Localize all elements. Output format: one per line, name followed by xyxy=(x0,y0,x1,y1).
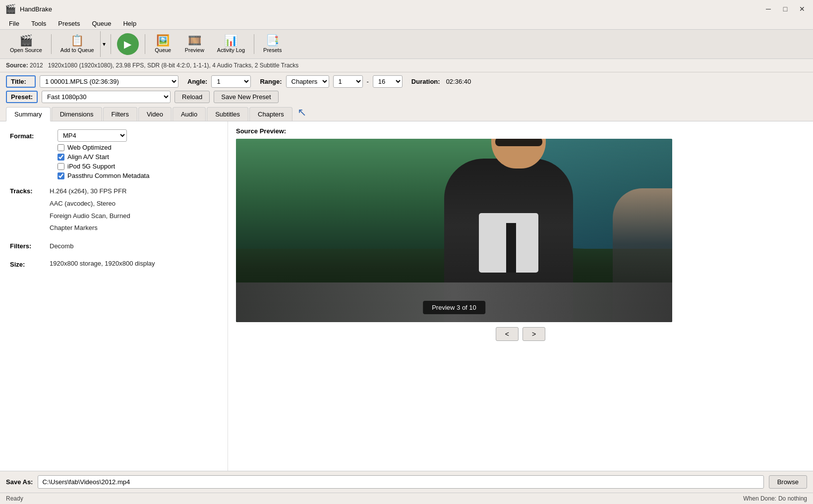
filters-label: Filters: xyxy=(10,241,50,250)
presets-icon: 📑 xyxy=(266,35,279,46)
preview-button[interactable]: 🎞️ Preview xyxy=(179,31,210,57)
passthru-label: Passthru Common Metadata xyxy=(67,172,149,179)
angle-select[interactable]: 1 xyxy=(211,75,251,88)
web-optimized-row: Web Optimized xyxy=(58,144,218,151)
preview-next-button[interactable]: > xyxy=(523,327,545,341)
preview-navigation: < > xyxy=(496,327,545,341)
menu-file[interactable]: File xyxy=(4,18,24,29)
tracks-content: H.264 (x264), 30 FPS PFR AAC (avcodec), … xyxy=(50,186,218,233)
preview-icon: 🎞️ xyxy=(188,35,201,46)
left-panel: Format: MP4 Web Optimized Align A/V Star… xyxy=(0,121,228,471)
maximize-button[interactable]: □ xyxy=(779,3,791,15)
filters-content: Decomb xyxy=(50,241,218,252)
add-to-queue-group: 📋 Add to Queue ▾ xyxy=(55,31,108,57)
preset-select[interactable]: Fast 1080p30 xyxy=(42,91,171,103)
add-to-queue-button[interactable]: 📋 Add to Queue xyxy=(55,31,100,57)
main-content: Format: MP4 Web Optimized Align A/V Star… xyxy=(0,121,813,471)
save-as-input[interactable] xyxy=(38,475,763,489)
tab-audio[interactable]: Audio xyxy=(173,107,206,121)
web-optimized-label: Web Optimized xyxy=(67,144,112,151)
save-as-bar: Save As: Browse xyxy=(0,471,813,493)
passthru-checkbox[interactable] xyxy=(58,172,64,179)
preview-image xyxy=(236,139,672,322)
tabs-bar: Summary Dimensions Filters Video Audio S… xyxy=(0,106,813,121)
size-section: Size: 1920x800 storage, 1920x800 display xyxy=(10,260,218,268)
range-dash: - xyxy=(367,78,369,85)
start-encode-button[interactable]: ▶ xyxy=(117,33,139,55)
activity-log-button[interactable]: 📊 Activity Log xyxy=(211,31,251,57)
tab-filters[interactable]: Filters xyxy=(103,107,137,121)
web-optimized-checkbox[interactable] xyxy=(58,144,64,151)
size-value: 1920x800 storage, 1920x800 display xyxy=(50,260,218,267)
align-av-checkbox[interactable] xyxy=(58,154,64,161)
title-select[interactable]: 1 00001.MPLS (02:36:39) xyxy=(40,75,178,88)
duration-value: 02:36:40 xyxy=(446,78,471,85)
queue-label: Queue xyxy=(155,47,171,53)
reload-button[interactable]: Reload xyxy=(174,91,210,103)
title-row: Title: 1 00001.MPLS (02:36:39) Angle: 1 … xyxy=(6,75,807,88)
open-source-icon: 🎬 xyxy=(19,35,33,46)
app-title: HandBrake xyxy=(20,5,52,13)
activity-log-icon: 📊 xyxy=(224,35,237,46)
window-controls: ─ □ ✕ xyxy=(762,3,808,15)
browse-button[interactable]: Browse xyxy=(769,475,807,489)
chapter-to-select[interactable]: 16 xyxy=(373,75,403,88)
preset-row: Preset: Fast 1080p30 Reload Save New Pre… xyxy=(6,91,807,103)
angle-label: Angle: xyxy=(187,78,207,85)
preview-prev-button[interactable]: < xyxy=(496,327,519,341)
app-icon: 🎬 xyxy=(5,3,16,14)
tracks-label: Tracks: xyxy=(10,186,50,195)
source-info: 1920x1080 (1920x1080), 23.98 FPS, SDR (8… xyxy=(48,62,299,69)
duration-label: Duration: xyxy=(411,78,440,85)
minimize-button[interactable]: ─ xyxy=(762,3,774,15)
tab-dimensions[interactable]: Dimensions xyxy=(52,107,102,121)
menu-tools[interactable]: Tools xyxy=(26,18,51,29)
when-done-area: When Done: Do nothing xyxy=(743,495,807,502)
format-section: Format: MP4 Web Optimized Align A/V Star… xyxy=(10,129,218,179)
tracks-section: Tracks: H.264 (x264), 30 FPS PFR AAC (av… xyxy=(10,186,218,233)
scene-elements xyxy=(236,139,672,322)
menu-bar: File Tools Presets Queue Help xyxy=(0,18,813,29)
size-label: Size: xyxy=(10,260,50,268)
filters-section: Filters: Decomb xyxy=(10,241,218,252)
toolbar-sep-2 xyxy=(111,34,111,54)
tab-summary[interactable]: Summary xyxy=(6,107,51,121)
ipod-checkbox[interactable] xyxy=(58,163,64,170)
menu-help[interactable]: Help xyxy=(118,18,141,29)
preview-heading: Source Preview: xyxy=(236,127,286,135)
presets-button[interactable]: 📑 Presets xyxy=(257,31,288,57)
menu-presets[interactable]: Presets xyxy=(53,18,85,29)
tab-chapters[interactable]: Chapters xyxy=(249,107,292,121)
size-content: 1920x800 storage, 1920x800 display xyxy=(50,260,218,267)
ipod-label: iPod 5G Support xyxy=(67,163,115,170)
preview-badge: Preview 3 of 10 xyxy=(423,301,485,314)
format-content: MP4 Web Optimized Align A/V Start iPod 5… xyxy=(58,129,218,179)
close-button[interactable]: ✕ xyxy=(796,3,808,15)
save-new-preset-button[interactable]: Save New Preset xyxy=(214,91,278,103)
toolbar-sep-1 xyxy=(51,34,52,54)
form-area: Title: 1 00001.MPLS (02:36:39) Angle: 1 … xyxy=(0,72,813,106)
preview-label: Preview xyxy=(185,47,204,53)
person-tie xyxy=(506,223,516,273)
title-bar-left: 🎬 HandBrake xyxy=(5,3,52,14)
range-select[interactable]: Chapters xyxy=(286,75,329,88)
tab-subtitles[interactable]: Subtitles xyxy=(207,107,248,121)
format-select[interactable]: MP4 xyxy=(58,129,127,142)
tab-video[interactable]: Video xyxy=(138,107,172,121)
align-av-label: Align A/V Start xyxy=(67,153,109,161)
person-sunglasses xyxy=(495,139,542,146)
add-to-queue-dropdown[interactable]: ▾ xyxy=(100,31,108,57)
align-av-row: Align A/V Start xyxy=(58,153,218,161)
when-done-label: When Done: xyxy=(743,495,776,502)
when-done-value: Do nothing xyxy=(778,495,807,502)
toolbar: 🎬 Open Source 📋 Add to Queue ▾ ▶ 🖼️ Queu… xyxy=(0,29,813,59)
track-2: AAC (avcodec), Stereo xyxy=(50,199,218,209)
queue-icon: 🖼️ xyxy=(156,35,170,46)
queue-button[interactable]: 🖼️ Queue xyxy=(148,31,178,57)
open-source-button[interactable]: 🎬 Open Source xyxy=(4,31,48,57)
format-label: Format: xyxy=(10,129,50,140)
chapter-from-select[interactable]: 1 xyxy=(333,75,363,88)
menu-queue[interactable]: Queue xyxy=(87,18,116,29)
track-3: Foreign Audio Scan, Burned xyxy=(50,211,218,222)
title-label: Title: xyxy=(6,75,36,88)
